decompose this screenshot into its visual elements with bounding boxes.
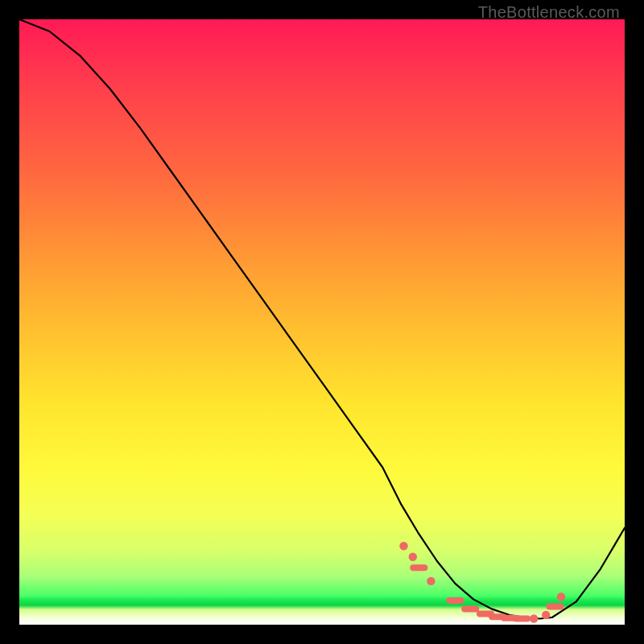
plot-panel (19, 19, 625, 625)
marker-dot (530, 614, 538, 622)
marker-dot (557, 592, 565, 601)
highlight-markers (399, 542, 565, 623)
watermark-text: TheBottleneck.com (478, 3, 620, 22)
marker-dot (427, 577, 435, 585)
bottleneck-curve (19, 19, 625, 619)
marker-dot (399, 542, 407, 550)
chart-stage: TheBottleneck.com (0, 0, 644, 644)
marker-dot (542, 611, 550, 619)
marker-dot (409, 553, 417, 561)
chart-svg (19, 19, 625, 625)
